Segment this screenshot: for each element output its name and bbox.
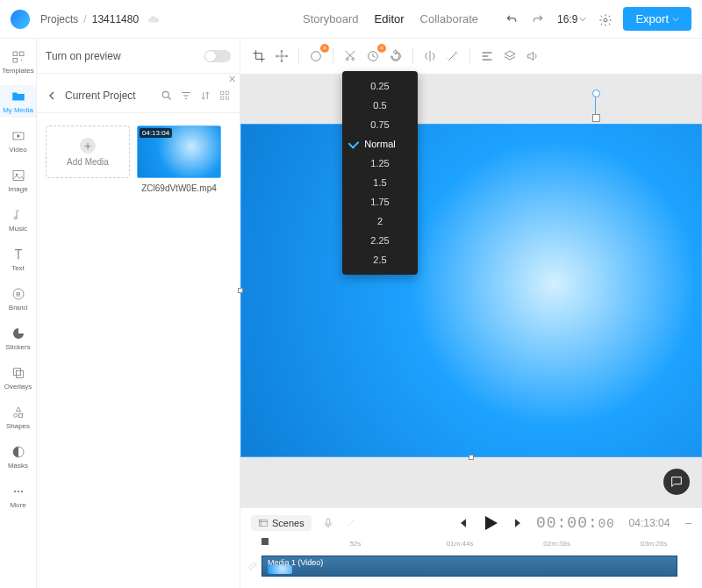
app-logo[interactable] bbox=[11, 10, 30, 29]
wand2-icon[interactable] bbox=[345, 517, 357, 529]
add-media-button[interactable]: + Add Media bbox=[46, 125, 130, 178]
svg-point-24 bbox=[346, 58, 348, 61]
speed-icon[interactable]: × bbox=[363, 47, 383, 66]
crop-icon[interactable] bbox=[249, 47, 269, 66]
rotation-handle[interactable] bbox=[595, 94, 596, 118]
left-rail: Templates My Media Video Image Music Tex… bbox=[0, 39, 37, 588]
svg-rect-19 bbox=[220, 91, 224, 95]
svg-point-23 bbox=[312, 52, 321, 61]
svg-rect-20 bbox=[226, 91, 229, 95]
total-duration: 04:13:04 bbox=[629, 517, 670, 529]
rail-music[interactable]: Music bbox=[0, 204, 36, 236]
svg-rect-22 bbox=[226, 97, 229, 100]
speed-option[interactable]: 0.75 bbox=[342, 115, 418, 134]
rail-text[interactable]: Text bbox=[0, 243, 36, 276]
masks-icon bbox=[11, 444, 26, 460]
selected-clip-frame[interactable] bbox=[240, 124, 702, 457]
projects-link[interactable]: Projects bbox=[40, 13, 78, 25]
search-icon[interactable] bbox=[161, 90, 173, 102]
settings-icon[interactable] bbox=[598, 13, 611, 25]
rail-masks[interactable]: Masks bbox=[0, 441, 36, 473]
svg-rect-6 bbox=[13, 171, 24, 181]
speed-option-selected[interactable]: Normal bbox=[342, 134, 418, 154]
speed-option[interactable]: 2.25 bbox=[342, 231, 418, 250]
aspect-ratio-dropdown[interactable]: 16:9 bbox=[557, 13, 586, 25]
next-button[interactable] bbox=[512, 516, 526, 530]
close-panel-button[interactable]: ✕ bbox=[228, 74, 236, 85]
rail-mymedia[interactable]: My Media bbox=[0, 85, 36, 118]
volume-icon[interactable] bbox=[523, 47, 542, 66]
rail-more[interactable]: More bbox=[0, 480, 36, 513]
layers-icon[interactable] bbox=[500, 47, 519, 66]
panel-title: Current Project bbox=[65, 90, 154, 102]
cloud-icon bbox=[147, 13, 160, 25]
grid-icon[interactable] bbox=[218, 90, 231, 102]
speed-option[interactable]: 0.5 bbox=[342, 96, 418, 115]
rail-shapes[interactable]: Shapes bbox=[0, 401, 36, 434]
svg-point-25 bbox=[352, 58, 355, 61]
rail-video[interactable]: Video bbox=[0, 125, 36, 157]
svg-rect-1 bbox=[13, 52, 18, 56]
canvas-stage[interactable] bbox=[240, 74, 702, 507]
svg-rect-27 bbox=[260, 520, 268, 527]
rail-brand[interactable]: RBrand bbox=[0, 283, 36, 315]
tab-collaborate[interactable]: Collaborate bbox=[420, 12, 479, 25]
undo-icon[interactable] bbox=[505, 12, 519, 26]
redo-icon[interactable] bbox=[531, 12, 545, 26]
rail-templates[interactable]: Templates bbox=[0, 46, 36, 78]
rotate-icon[interactable] bbox=[386, 47, 405, 66]
rail-stickers[interactable]: Stickers bbox=[0, 322, 36, 355]
canvas-toolbar: × × bbox=[240, 39, 702, 74]
music-icon bbox=[11, 207, 26, 223]
rail-overlays[interactable]: Overlays bbox=[0, 362, 36, 394]
color-icon[interactable]: × bbox=[306, 47, 326, 66]
clip-duration-badge: 04:13:04 bbox=[140, 128, 172, 138]
project-id: 13411480 bbox=[92, 13, 139, 25]
folder-icon bbox=[11, 89, 26, 104]
brand-icon: R bbox=[11, 286, 26, 302]
wand-icon[interactable] bbox=[443, 47, 462, 66]
mic-icon[interactable] bbox=[322, 517, 334, 529]
svg-point-18 bbox=[162, 91, 168, 97]
tab-editor[interactable]: Editor bbox=[375, 12, 405, 25]
image-icon bbox=[11, 168, 26, 183]
speed-option[interactable]: 2.5 bbox=[342, 250, 418, 269]
speed-option[interactable]: 0.25 bbox=[342, 76, 418, 96]
speed-option[interactable]: 1.75 bbox=[342, 192, 418, 212]
speed-option[interactable]: 1.25 bbox=[342, 154, 418, 173]
chat-button[interactable] bbox=[663, 469, 690, 495]
resize-handle-left[interactable] bbox=[238, 288, 243, 293]
back-icon[interactable] bbox=[46, 90, 58, 102]
flip-icon[interactable] bbox=[420, 47, 440, 66]
sort-icon[interactable] bbox=[199, 90, 211, 102]
filter-icon[interactable] bbox=[180, 90, 192, 102]
svg-rect-13 bbox=[18, 413, 22, 417]
align-icon[interactable] bbox=[477, 47, 497, 66]
svg-rect-10 bbox=[13, 369, 20, 376]
svg-point-12 bbox=[13, 413, 17, 417]
prev-button[interactable] bbox=[455, 516, 469, 530]
templates-icon bbox=[11, 49, 26, 65]
clip-filename: ZCl69dVtW0E.mp4 bbox=[137, 183, 221, 193]
rail-image[interactable]: Image bbox=[0, 164, 36, 197]
svg-rect-11 bbox=[16, 370, 23, 377]
track-link-icon[interactable] bbox=[244, 561, 261, 571]
plus-icon: + bbox=[80, 138, 96, 154]
marker-icon[interactable]: – bbox=[685, 517, 691, 529]
speed-option[interactable]: 1.5 bbox=[342, 173, 418, 192]
preview-toggle[interactable] bbox=[204, 50, 231, 62]
timeline-ruler[interactable]: 52s 01m:44s 02m:38s 03m:28s bbox=[261, 538, 702, 554]
scenes-button[interactable]: Scenes bbox=[251, 515, 312, 531]
media-clip[interactable]: 04:13:04 ZCl69dVtW0E.mp4 bbox=[137, 125, 221, 193]
speed-option[interactable]: 2 bbox=[342, 212, 418, 231]
resize-handle-bottom[interactable] bbox=[469, 455, 474, 460]
export-button[interactable]: Export bbox=[623, 7, 691, 31]
playhead[interactable] bbox=[261, 538, 269, 545]
video-track[interactable]: Media 1 (Video) bbox=[261, 556, 677, 577]
cut-icon[interactable] bbox=[340, 47, 360, 66]
svg-point-15 bbox=[14, 491, 16, 492]
svg-rect-21 bbox=[220, 97, 224, 100]
tab-storyboard[interactable]: Storyboard bbox=[303, 12, 359, 25]
play-button[interactable] bbox=[480, 513, 501, 534]
move-icon[interactable] bbox=[272, 47, 291, 66]
